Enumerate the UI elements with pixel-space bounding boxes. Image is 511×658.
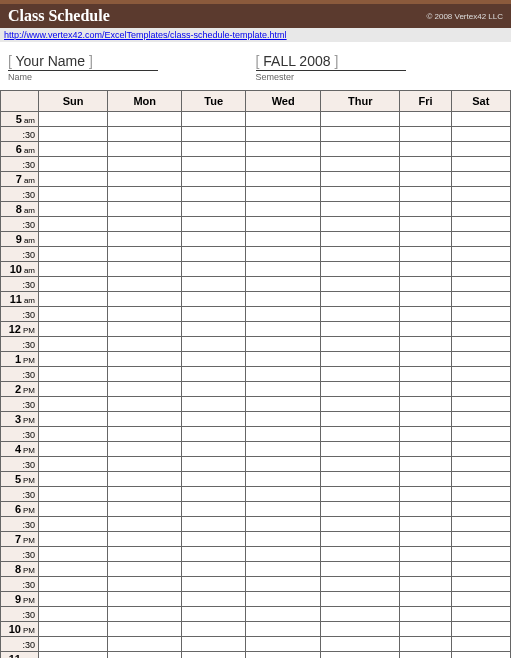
schedule-cell[interactable] <box>321 322 400 337</box>
schedule-cell[interactable] <box>182 112 246 127</box>
schedule-cell[interactable] <box>321 397 400 412</box>
schedule-cell[interactable] <box>451 412 510 427</box>
schedule-cell[interactable] <box>182 337 246 352</box>
schedule-cell[interactable] <box>400 382 451 397</box>
schedule-cell[interactable] <box>39 472 108 487</box>
schedule-cell[interactable] <box>400 322 451 337</box>
schedule-cell[interactable] <box>182 292 246 307</box>
schedule-cell[interactable] <box>182 652 246 659</box>
schedule-cell[interactable] <box>451 202 510 217</box>
schedule-cell[interactable] <box>39 637 108 652</box>
schedule-cell[interactable] <box>400 607 451 622</box>
schedule-cell[interactable] <box>39 247 108 262</box>
schedule-cell[interactable] <box>39 517 108 532</box>
schedule-cell[interactable] <box>108 517 182 532</box>
schedule-cell[interactable] <box>39 427 108 442</box>
schedule-cell[interactable] <box>182 202 246 217</box>
schedule-cell[interactable] <box>246 352 321 367</box>
schedule-cell[interactable] <box>246 277 321 292</box>
schedule-cell[interactable] <box>182 457 246 472</box>
schedule-cell[interactable] <box>400 592 451 607</box>
schedule-cell[interactable] <box>39 412 108 427</box>
schedule-cell[interactable] <box>246 202 321 217</box>
schedule-cell[interactable] <box>451 472 510 487</box>
schedule-cell[interactable] <box>400 187 451 202</box>
schedule-cell[interactable] <box>451 172 510 187</box>
schedule-cell[interactable] <box>39 232 108 247</box>
schedule-cell[interactable] <box>108 247 182 262</box>
schedule-cell[interactable] <box>400 517 451 532</box>
schedule-cell[interactable] <box>108 277 182 292</box>
schedule-cell[interactable] <box>451 517 510 532</box>
schedule-cell[interactable] <box>182 262 246 277</box>
schedule-cell[interactable] <box>451 247 510 262</box>
schedule-cell[interactable] <box>39 217 108 232</box>
schedule-cell[interactable] <box>39 577 108 592</box>
schedule-cell[interactable] <box>451 487 510 502</box>
schedule-cell[interactable] <box>321 112 400 127</box>
schedule-cell[interactable] <box>321 457 400 472</box>
schedule-cell[interactable] <box>39 322 108 337</box>
schedule-cell[interactable] <box>321 367 400 382</box>
schedule-cell[interactable] <box>182 397 246 412</box>
schedule-cell[interactable] <box>321 547 400 562</box>
schedule-cell[interactable] <box>400 487 451 502</box>
schedule-cell[interactable] <box>182 217 246 232</box>
schedule-cell[interactable] <box>108 202 182 217</box>
schedule-cell[interactable] <box>321 382 400 397</box>
schedule-cell[interactable] <box>400 292 451 307</box>
schedule-cell[interactable] <box>182 547 246 562</box>
schedule-cell[interactable] <box>39 607 108 622</box>
schedule-cell[interactable] <box>246 442 321 457</box>
schedule-cell[interactable] <box>321 232 400 247</box>
schedule-cell[interactable] <box>39 112 108 127</box>
schedule-cell[interactable] <box>321 487 400 502</box>
schedule-cell[interactable] <box>400 442 451 457</box>
schedule-cell[interactable] <box>400 262 451 277</box>
schedule-cell[interactable] <box>451 637 510 652</box>
schedule-cell[interactable] <box>108 262 182 277</box>
schedule-cell[interactable] <box>400 202 451 217</box>
schedule-cell[interactable] <box>321 262 400 277</box>
schedule-cell[interactable] <box>400 652 451 659</box>
schedule-cell[interactable] <box>39 502 108 517</box>
schedule-cell[interactable] <box>246 307 321 322</box>
schedule-cell[interactable] <box>400 277 451 292</box>
schedule-cell[interactable] <box>246 652 321 659</box>
schedule-cell[interactable] <box>321 217 400 232</box>
schedule-cell[interactable] <box>182 352 246 367</box>
schedule-cell[interactable] <box>321 442 400 457</box>
schedule-cell[interactable] <box>39 337 108 352</box>
schedule-cell[interactable] <box>39 652 108 659</box>
schedule-cell[interactable] <box>246 457 321 472</box>
schedule-cell[interactable] <box>246 112 321 127</box>
schedule-cell[interactable] <box>182 142 246 157</box>
schedule-cell[interactable] <box>108 217 182 232</box>
schedule-cell[interactable] <box>108 187 182 202</box>
schedule-cell[interactable] <box>451 232 510 247</box>
schedule-cell[interactable] <box>246 127 321 142</box>
schedule-cell[interactable] <box>108 637 182 652</box>
schedule-cell[interactable] <box>451 547 510 562</box>
schedule-cell[interactable] <box>108 307 182 322</box>
schedule-cell[interactable] <box>246 382 321 397</box>
schedule-cell[interactable] <box>451 337 510 352</box>
schedule-cell[interactable] <box>451 562 510 577</box>
schedule-cell[interactable] <box>182 172 246 187</box>
schedule-cell[interactable] <box>182 157 246 172</box>
schedule-cell[interactable] <box>321 607 400 622</box>
schedule-cell[interactable] <box>451 502 510 517</box>
schedule-cell[interactable] <box>182 442 246 457</box>
schedule-cell[interactable] <box>400 367 451 382</box>
schedule-cell[interactable] <box>246 292 321 307</box>
schedule-cell[interactable] <box>400 232 451 247</box>
schedule-cell[interactable] <box>321 337 400 352</box>
schedule-cell[interactable] <box>451 262 510 277</box>
schedule-cell[interactable] <box>182 247 246 262</box>
schedule-cell[interactable] <box>108 457 182 472</box>
schedule-cell[interactable] <box>182 607 246 622</box>
schedule-cell[interactable] <box>246 547 321 562</box>
schedule-cell[interactable] <box>182 502 246 517</box>
schedule-cell[interactable] <box>400 412 451 427</box>
schedule-cell[interactable] <box>400 127 451 142</box>
